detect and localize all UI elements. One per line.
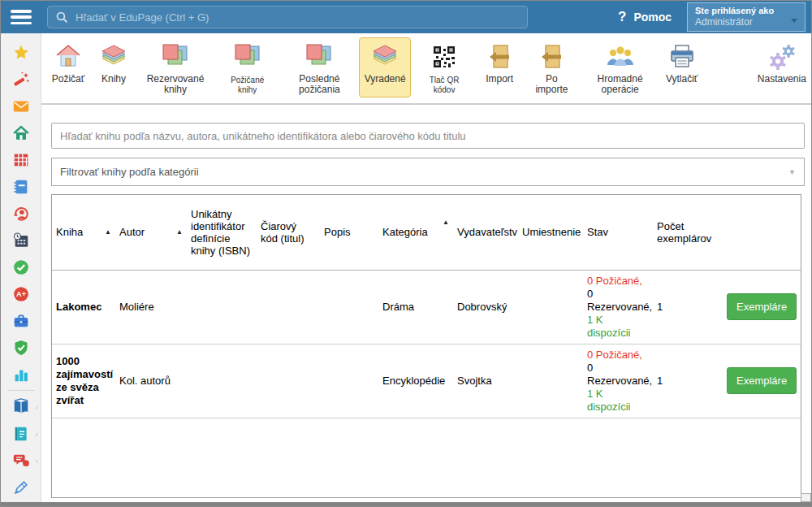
sidebar-item-chat[interactable]: › xyxy=(1,447,41,474)
sidebar-item-shield[interactable] xyxy=(1,334,41,361)
qr-code-icon xyxy=(430,42,459,72)
table-row: Lakomec Moliére Dráma Dobrovský 0 Požiča… xyxy=(52,270,801,344)
user-name: Administrátor xyxy=(695,16,797,28)
documents-icon xyxy=(12,425,30,443)
toolbar-item-import[interactable]: Import xyxy=(477,37,521,98)
sidebar-item-home[interactable] xyxy=(1,119,41,146)
global-search-box[interactable] xyxy=(47,6,528,28)
sidebar-divider xyxy=(7,390,35,391)
toolbar-item-hromadne-operacie[interactable]: Hromadné operácie xyxy=(582,37,659,99)
sidebar-item-calendar[interactable] xyxy=(1,227,41,254)
cell-autor: Moliére xyxy=(115,270,187,344)
sidebar-item-documents[interactable]: › xyxy=(1,420,41,447)
svg-text:A+: A+ xyxy=(16,290,26,298)
import-icon xyxy=(485,42,514,72)
toolbar-item-tlac-qr-kodov[interactable]: Tlač QR kódov xyxy=(412,37,476,99)
cell-actions: Exempláre xyxy=(723,270,801,344)
cell-isbn xyxy=(187,344,257,418)
column-header-autor[interactable]: Autor▲ xyxy=(115,195,187,270)
book-search-input[interactable] xyxy=(51,123,805,149)
toolbar-item-vyradene[interactable]: Vyradené xyxy=(359,37,411,98)
help-button[interactable]: ? Pomoc xyxy=(618,1,672,33)
caret-down-icon xyxy=(791,19,797,23)
cell-autor: Kol. autorů xyxy=(115,344,187,418)
toolbar-item-rezervovane-knihy[interactable]: Rezervované knihy xyxy=(137,37,214,99)
stacked-pages-icon xyxy=(161,42,190,72)
printer-icon xyxy=(667,42,697,72)
house-icon xyxy=(54,42,83,72)
grades-icon: A+ xyxy=(12,285,30,303)
question-mark-icon: ? xyxy=(618,9,626,25)
exemplare-button[interactable]: Exempláre xyxy=(727,293,797,320)
sort-asc-icon: ▲ xyxy=(105,228,111,236)
toolbar-item-knihy[interactable]: Knihy xyxy=(92,37,136,98)
sidebar-item-favorites[interactable] xyxy=(1,39,41,66)
cell-kategoria: Encyklopédie xyxy=(378,344,453,418)
column-header-stav[interactable]: Stav xyxy=(583,195,653,270)
cell-stav: 0 Požičané, 0 Rezervované, 1 K dispozíci… xyxy=(583,344,653,418)
toolbar-item-pozicane-knihy[interactable]: Požičané knihy xyxy=(215,37,279,99)
column-header-kategoria[interactable]: Kategória▲ xyxy=(378,195,453,270)
sidebar-item-briefcase[interactable] xyxy=(1,307,41,334)
toolbar-item-nastavenia[interactable]: Nastavenia xyxy=(753,37,811,98)
calendar-icon xyxy=(12,232,30,249)
sidebar-item-messages-mail[interactable] xyxy=(1,93,41,119)
resize-grip[interactable] xyxy=(801,493,811,502)
cell-actions: Exempláre xyxy=(723,344,801,418)
books-table: Kniha▲ Autor▲ Unikátny identifikátor def… xyxy=(51,194,801,498)
toolbar-item-posledne-pozicania[interactable]: Posledné požičania xyxy=(281,37,357,99)
cell-umiestnenie xyxy=(518,270,583,344)
stacked-pages-icon xyxy=(304,42,334,72)
column-header-pocet-exemplarov[interactable]: Počet exemplárov xyxy=(653,195,723,270)
user-menu[interactable]: Ste prihlásený ako Administrátor xyxy=(687,2,806,32)
pen-icon xyxy=(12,479,30,496)
substitution-icon xyxy=(12,205,30,223)
sidebar-item-results[interactable] xyxy=(1,361,41,388)
category-filter-select[interactable]: Filtrovať knihy podľa kategórii ▼ xyxy=(51,158,805,186)
column-header-ciarovy-kod[interactable]: Čiarový kód (titul) xyxy=(257,195,320,270)
toolbar-item-po-importe[interactable]: Po importe xyxy=(523,37,580,99)
top-bar: ? Pomoc Ste prihlásený ako Administrátor xyxy=(1,1,812,33)
column-header-kniha[interactable]: Kniha▲ xyxy=(52,195,115,270)
toolbar-item-vytlacit[interactable]: Vytlačiť xyxy=(660,37,704,98)
column-header-vydavatelstvo[interactable]: Vydavateľstv xyxy=(453,195,518,270)
sidebar-item-substitution[interactable] xyxy=(1,200,41,227)
global-search-input[interactable] xyxy=(76,11,519,24)
sidebar-item-timetable[interactable] xyxy=(1,146,41,173)
cell-ciarovy-kod xyxy=(257,270,320,344)
shield-icon xyxy=(12,339,30,357)
sidebar-item-grades[interactable]: A+ xyxy=(1,280,41,307)
sidebar-item-attendance[interactable] xyxy=(1,254,41,280)
hamburger-menu-icon[interactable] xyxy=(11,10,32,24)
star-icon xyxy=(12,44,30,62)
status-reserved: 0 Rezervované, xyxy=(587,362,652,387)
table-header-row: Kniha▲ Autor▲ Unikátny identifikátor def… xyxy=(52,195,801,270)
cell-pocet-exemplarov: 1 xyxy=(653,344,723,418)
cell-vydavatelstvo: Dobrovský xyxy=(453,270,518,344)
search-icon xyxy=(56,11,68,24)
status-borrowed: 0 Požičané, xyxy=(587,275,642,287)
import-icon xyxy=(537,42,566,72)
sidebar-item-library[interactable]: › xyxy=(1,393,41,420)
notebook-icon xyxy=(12,178,30,196)
sidebar-item-signature[interactable] xyxy=(1,474,41,500)
cell-popis xyxy=(320,344,378,418)
sidebar-item-wizard[interactable] xyxy=(1,66,41,93)
sort-asc-icon: ▲ xyxy=(443,219,449,226)
toolbar-item-pozicat[interactable]: Požičať xyxy=(46,37,90,98)
sidebar-item-notebook[interactable] xyxy=(1,173,41,200)
chevron-right-icon: › xyxy=(35,429,38,439)
column-header-actions xyxy=(723,195,801,270)
signed-in-label: Ste prihlásený ako xyxy=(695,5,797,16)
column-header-popis[interactable]: Popis xyxy=(320,195,378,270)
stacked-pages-icon xyxy=(233,42,262,72)
library-toolbar: Požičať Knihy Rezervované knihy Požičané… xyxy=(41,33,812,105)
sort-asc-icon: ▲ xyxy=(176,228,183,236)
cell-stav: 0 Požičané, 0 Rezervované, 1 K dispozíci… xyxy=(583,270,653,344)
sidebar: A+ › › › xyxy=(1,33,41,503)
exemplare-button[interactable]: Exempláre xyxy=(727,367,797,394)
column-header-isbn[interactable]: Unikátny identifikátor definície knihy (… xyxy=(187,195,257,270)
column-header-umiestnenie[interactable]: Umiestnenie xyxy=(518,195,583,270)
briefcase-icon xyxy=(12,312,30,330)
library-icon xyxy=(12,398,30,416)
